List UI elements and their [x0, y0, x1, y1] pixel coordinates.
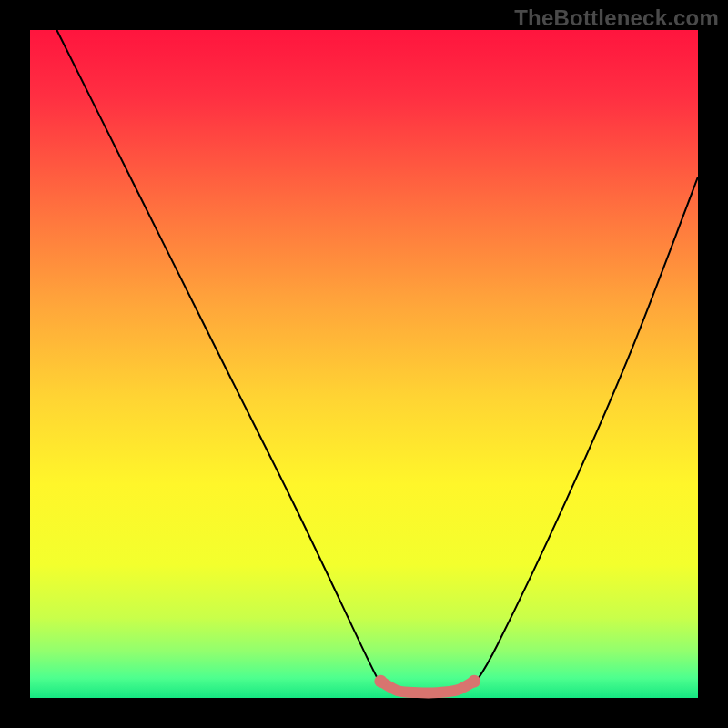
plot-area: [30, 30, 698, 698]
watermark-text: TheBottleneck.com: [514, 5, 719, 31]
chart-frame: TheBottleneck.com: [0, 0, 728, 728]
